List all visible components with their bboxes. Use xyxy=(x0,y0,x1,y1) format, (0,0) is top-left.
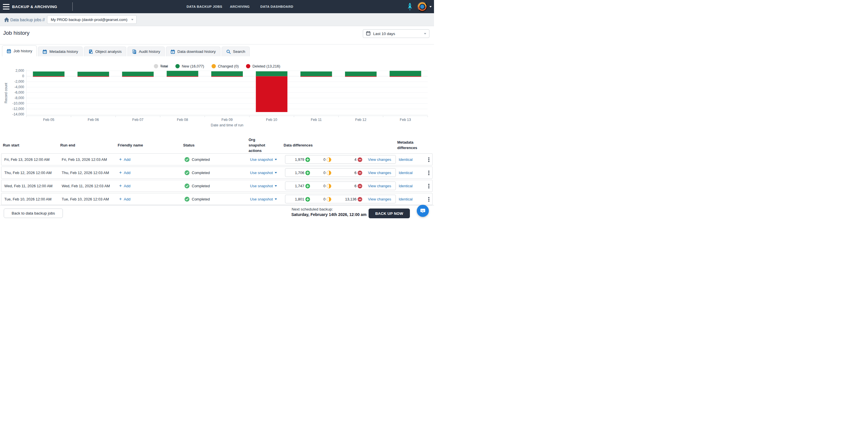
legend-label: Total xyxy=(160,64,168,68)
column-header-metadata-differences: Metadata differences xyxy=(397,141,422,150)
use-snapshot-dropdown[interactable]: Use snapshot xyxy=(250,171,277,175)
tab-metadata-history[interactable]: Metadata history xyxy=(38,47,83,56)
home-icon[interactable] xyxy=(4,17,9,23)
run-start: Thu, Feb 12, 2026 12:00 AM xyxy=(4,167,52,178)
y-axis-tick-label: 0 xyxy=(22,74,24,78)
hamburger-menu-icon[interactable] xyxy=(3,4,10,9)
check-circle-icon xyxy=(185,197,189,202)
new-bar-Feb-13[interactable] xyxy=(390,71,421,77)
x-axis-tick-label: Feb 11 xyxy=(311,118,322,122)
legend-dot-icon xyxy=(246,64,250,68)
deleted-bar-Feb-08[interactable] xyxy=(167,76,198,77)
search-icon xyxy=(226,50,231,54)
deleted-bar-Feb-10[interactable] xyxy=(256,76,287,112)
date-range-value: Last 10 days xyxy=(373,32,422,36)
tab-audit-history[interactable]: Audit history xyxy=(127,47,165,56)
view-changes-link[interactable]: View changes xyxy=(368,157,391,162)
metadata-identical-link[interactable]: Identical xyxy=(399,184,412,188)
status-text: Completed xyxy=(192,171,210,175)
deleted-bar-Feb-13[interactable] xyxy=(390,76,421,77)
legend-item-changed[interactable]: Changed (0) xyxy=(212,64,239,68)
tab-label: Audit history xyxy=(139,50,160,54)
back-up-now-button[interactable]: BACK UP NOW xyxy=(369,208,410,218)
new-count: 1,979 xyxy=(285,155,304,164)
calendar-icon xyxy=(366,31,371,36)
view-changes-link[interactable]: View changes xyxy=(368,171,391,175)
metadata-identical-link[interactable]: Identical xyxy=(399,157,412,162)
check-circle-icon xyxy=(185,183,189,188)
tab-job-history[interactable]: Job history xyxy=(2,46,37,56)
back-to-jobs-button[interactable]: Back to data backup jobs xyxy=(4,208,63,218)
status-text: Completed xyxy=(192,197,210,201)
new-bar-Feb-11[interactable] xyxy=(301,71,332,77)
snapshot-cell: Use snapshot xyxy=(250,167,277,178)
add-friendly-name-link[interactable]: +Add xyxy=(119,183,130,188)
account-menu-caret-icon[interactable] xyxy=(429,6,432,7)
nav-item-archiving[interactable]: ARCHIVING xyxy=(230,0,250,13)
deleted-bar-Feb-09[interactable] xyxy=(211,76,243,77)
deleted-badge-icon xyxy=(358,171,362,175)
view-changes-link[interactable]: View changes xyxy=(368,197,391,201)
row-menu-kebab-icon[interactable] xyxy=(426,169,432,177)
tab-search[interactable]: Search xyxy=(222,47,250,56)
breadcrumb-section[interactable]: Data backup jobs // xyxy=(10,13,45,26)
legend-item-new[interactable]: New (16,077) xyxy=(175,64,204,68)
new-bar-Feb-07[interactable] xyxy=(122,72,154,77)
x-axis-tick-label: Feb 08 xyxy=(177,118,188,122)
add-friendly-name-link[interactable]: +Add xyxy=(119,157,130,162)
row-menu-kebab-icon[interactable] xyxy=(426,182,432,190)
x-axis-tick-label: Feb 09 xyxy=(222,118,233,122)
run-end: Tue, Feb 10, 2026 12:03 AM xyxy=(62,193,109,205)
deleted-bar-Feb-05[interactable] xyxy=(33,76,65,77)
new-bar-Feb-09[interactable] xyxy=(211,71,243,76)
rocket-icon[interactable] xyxy=(406,3,413,11)
date-range-dropdown[interactable]: Last 10 days xyxy=(363,29,429,38)
chat-icon xyxy=(420,208,426,214)
view-changes-link[interactable]: View changes xyxy=(368,184,391,188)
column-header-data-differences: Data differences xyxy=(284,141,332,150)
legend-item-total[interactable]: Total xyxy=(154,64,168,68)
gearset-logo-avatar[interactable] xyxy=(417,2,427,11)
nav-item-data-dashboard[interactable]: DATA DASHBOARD xyxy=(260,0,293,13)
new-bar-Feb-06[interactable] xyxy=(78,72,109,77)
top-navbar: BACKUP & ARCHIVING DATA BACKUP JOBSARCHI… xyxy=(0,0,434,13)
job-selector-dropdown[interactable]: My PROD backup (davidr-prod@gearset.com) xyxy=(47,15,136,24)
chat-widget-button[interactable] xyxy=(417,205,429,217)
calendar-bars-icon xyxy=(7,49,11,53)
legend-item-deleted[interactable]: Deleted (13,216) xyxy=(246,64,280,68)
chevron-down-icon xyxy=(275,199,277,200)
metadata-identical-link[interactable]: Identical xyxy=(399,171,412,175)
deleted-badge-icon xyxy=(358,157,362,162)
data-differences-box: 1,706 0 6 View changes xyxy=(285,168,396,177)
tab-label: Metadata history xyxy=(50,50,78,54)
deleted-bar-Feb-07[interactable] xyxy=(122,76,154,77)
new-bar-Feb-10[interactable] xyxy=(256,71,287,76)
deleted-bar-Feb-12[interactable] xyxy=(345,76,377,77)
status-text: Completed xyxy=(192,184,210,188)
nav-item-data-backup-jobs[interactable]: DATA BACKUP JOBS xyxy=(187,0,222,13)
add-friendly-name-link[interactable]: +Add xyxy=(119,197,130,201)
row-menu-kebab-icon[interactable] xyxy=(426,156,432,164)
add-friendly-name-link[interactable]: +Add xyxy=(119,170,130,175)
tab-data-download-history[interactable]: Data download history xyxy=(166,47,220,56)
use-snapshot-dropdown[interactable]: Use snapshot xyxy=(250,184,277,188)
run-start: Wed, Feb 11, 2026 12:00 AM xyxy=(4,180,53,192)
new-bar-Feb-08[interactable] xyxy=(167,71,198,77)
calendar-code-icon xyxy=(42,50,47,54)
deleted-count: 13,136 xyxy=(332,195,356,203)
use-snapshot-dropdown[interactable]: Use snapshot xyxy=(250,197,277,201)
view-changes-cell: View changes xyxy=(368,195,391,203)
deleted-bar-Feb-06[interactable] xyxy=(78,76,109,77)
row-menu-kebab-icon[interactable] xyxy=(426,195,432,203)
column-header-status: Status xyxy=(183,141,215,150)
plus-icon: + xyxy=(119,183,122,188)
tab-object-analysis[interactable]: Object analysis xyxy=(84,47,126,56)
column-header-org-snapshot-actions: Org snapshot actions xyxy=(249,141,272,150)
use-snapshot-dropdown[interactable]: Use snapshot xyxy=(250,157,277,162)
x-axis-tick-label: Feb 06 xyxy=(88,118,99,122)
metadata-identical-link[interactable]: Identical xyxy=(399,197,412,201)
calendar-download-icon xyxy=(170,50,175,54)
new-bar-Feb-12[interactable] xyxy=(345,71,377,76)
new-bar-Feb-05[interactable] xyxy=(33,71,65,77)
deleted-bar-Feb-11[interactable] xyxy=(301,76,332,77)
